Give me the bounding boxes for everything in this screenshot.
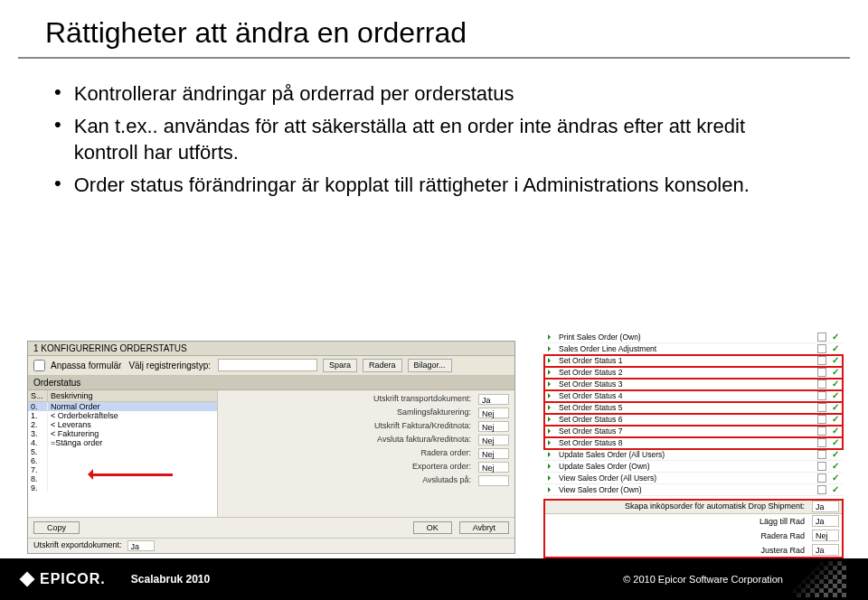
- bullet-2: Kan t.ex.. användas för att säkerställa …: [74, 113, 814, 166]
- list-row[interactable]: 0.Normal Order: [28, 402, 217, 411]
- bullet-3: Order status förändringar är kopplat til…: [74, 172, 750, 199]
- expand-icon: [546, 368, 555, 377]
- permission-row[interactable]: Set Order Status 7✓: [544, 426, 843, 437]
- permission-row[interactable]: Set Order Status 3✓: [544, 379, 843, 390]
- ok-button[interactable]: OK: [413, 521, 452, 534]
- checkbox[interactable]: [817, 415, 826, 424]
- expand-icon: [546, 485, 555, 494]
- checkbox[interactable]: [817, 368, 826, 377]
- check-icon: ✓: [830, 426, 841, 436]
- checkbox[interactable]: [817, 403, 826, 412]
- permission-row[interactable]: Update Sales Order (All Users)✓: [544, 449, 843, 461]
- expand-icon: [546, 415, 555, 424]
- row-perm-value: Ja: [812, 515, 839, 527]
- expand-icon: [546, 344, 555, 353]
- setting-label: Utskrift Faktura/Kreditnota:: [223, 421, 471, 432]
- checkbox[interactable]: [817, 462, 826, 471]
- slide-title: Rättigheter att ändra en orderrad: [18, 0, 850, 59]
- setting-value: [478, 475, 509, 486]
- checkbox[interactable]: [817, 450, 826, 459]
- col-beskrivning: Beskrivning: [48, 390, 217, 401]
- permission-row[interactable]: Print Sales Order (Own)✓: [544, 332, 843, 343]
- check-icon: ✓: [830, 461, 841, 471]
- setting-value: Nej: [478, 448, 509, 459]
- checkbox[interactable]: [817, 438, 826, 447]
- check-icon: ✓: [830, 437, 841, 447]
- check-icon: ✓: [830, 414, 841, 424]
- registreringstyp-field[interactable]: [218, 359, 317, 371]
- expand-icon: [546, 356, 555, 365]
- expand-icon: [546, 403, 555, 412]
- status-list[interactable]: S... Beskrivning 0.Normal Order1.< Order…: [28, 390, 218, 517]
- orderstatus-dialog: 1 KONFIGURERING ORDERSTATUS Anpassa form…: [27, 341, 515, 554]
- setting-label: Radera order:: [223, 448, 471, 459]
- setting-value: Nej: [478, 435, 509, 445]
- permission-row[interactable]: View Sales Order (All Users)✓: [544, 473, 843, 484]
- col-status: S...: [28, 390, 48, 401]
- checkbox[interactable]: [817, 485, 826, 494]
- permission-row[interactable]: Set Order Status 4✓: [544, 390, 843, 402]
- foot-value: Ja: [127, 540, 155, 551]
- setting-value: Nej: [478, 408, 509, 418]
- list-row[interactable]: 4.=Stänga order: [28, 438, 217, 447]
- list-row[interactable]: 6.: [28, 456, 217, 465]
- rb2-header: Skapa inköpsorder för automatisk Drop Sh…: [548, 502, 805, 511]
- setting-label: Exportera order:: [223, 462, 471, 473]
- expand-icon: [546, 438, 555, 447]
- checkbox[interactable]: [817, 356, 826, 365]
- list-row[interactable]: 2.< Leverans: [28, 420, 217, 429]
- checkbox[interactable]: [817, 473, 826, 483]
- bilagor-button[interactable]: Bilagor...: [408, 359, 452, 372]
- list-row[interactable]: 1.< Orderbekräftelse: [28, 411, 217, 420]
- dialog-title: 1 KONFIGURERING ORDERSTATUS: [28, 342, 514, 356]
- list-row[interactable]: 9.: [28, 483, 217, 492]
- valj-label: Välj registreringstyp:: [128, 361, 211, 370]
- footer-event: Scalabruk 2010: [131, 573, 210, 586]
- expand-icon: [546, 380, 555, 389]
- setting-label: Samlingsfakturering:: [223, 408, 471, 418]
- footer-checker-icon: [792, 561, 846, 597]
- setting-value: Nej: [478, 462, 509, 473]
- permission-row[interactable]: Set Order Status 1✓: [544, 355, 843, 367]
- permission-row[interactable]: Set Order Status 8✓: [544, 437, 843, 449]
- slide-footer: EPICOR. Scalabruk 2010 © 2010 Epicor Sof…: [0, 558, 868, 600]
- checkbox[interactable]: [817, 333, 826, 342]
- check-icon: ✓: [830, 343, 841, 353]
- row-perm-label: Lägg till Rad: [548, 517, 805, 526]
- checkbox[interactable]: [817, 427, 826, 436]
- expand-icon: [546, 391, 555, 400]
- expand-icon: [546, 450, 555, 459]
- row-perm-value: Ja: [812, 544, 839, 556]
- epicor-logo: EPICOR.: [22, 571, 106, 587]
- permission-row[interactable]: Set Order Status 2✓: [544, 367, 843, 379]
- bullet-1: Kontrollerar ändringar på orderrad per o…: [74, 80, 514, 108]
- annotation-arrow: [82, 470, 182, 479]
- checkbox[interactable]: [817, 391, 826, 400]
- dialog-subheader: Orderstatus: [28, 376, 514, 390]
- checkbox[interactable]: [817, 344, 826, 353]
- permission-row[interactable]: Set Order Status 6✓: [544, 414, 843, 426]
- setting-label: Avsluta faktura/kreditnota:: [223, 435, 471, 445]
- list-row[interactable]: 5.: [28, 447, 217, 456]
- check-icon: ✓: [830, 367, 841, 377]
- spara-button[interactable]: Spara: [323, 359, 357, 372]
- expand-icon: [546, 462, 555, 471]
- anpassa-checkbox[interactable]: [33, 360, 45, 371]
- footer-copyright: © 2010 Epicor Software Corporation: [623, 574, 783, 585]
- check-icon: ✓: [830, 355, 841, 365]
- avbryt-button[interactable]: Avbryt: [459, 521, 509, 534]
- row-perm-value: Nej: [812, 530, 839, 541]
- permission-row[interactable]: Set Order Status 5✓: [544, 402, 843, 414]
- setting-label: Avslutads på:: [223, 475, 471, 486]
- check-icon: ✓: [830, 402, 841, 412]
- permission-row[interactable]: View Sales Order (Own)✓: [544, 484, 843, 496]
- list-row[interactable]: 3.< Fakturering: [28, 429, 217, 438]
- checkbox[interactable]: [817, 380, 826, 389]
- row-perm-label: Justera Rad: [548, 546, 805, 555]
- permission-row[interactable]: Update Sales Order (Own)✓: [544, 461, 843, 473]
- check-icon: ✓: [830, 449, 841, 459]
- copy-button[interactable]: Copy: [33, 521, 80, 534]
- rb2-header-value: Ja: [812, 501, 839, 512]
- permission-row[interactable]: Sales Order Line Adjustment✓: [544, 343, 843, 355]
- radera-button[interactable]: Radera: [363, 359, 402, 372]
